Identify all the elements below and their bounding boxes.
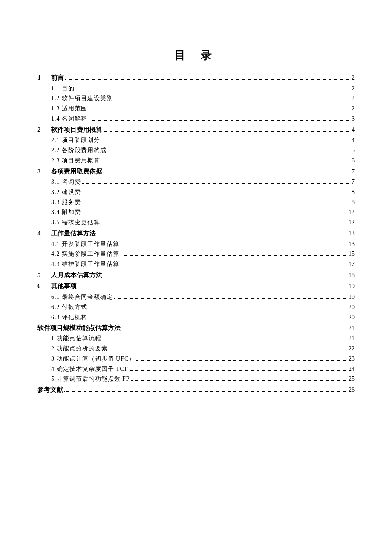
toc-entry-label: 1.4 名词解释	[51, 114, 87, 124]
toc-entry-label: 各项费用取费依据	[51, 166, 102, 177]
toc-entry-label: 软件项目费用概算	[51, 124, 102, 135]
toc-entry-label: 2.3 项目费用概算	[51, 156, 100, 166]
toc-leader-dots	[104, 173, 350, 173]
toc-leader-dots	[82, 194, 350, 194]
toc-entry-label: 人月成本估算方法	[51, 269, 102, 280]
toc-entry-label: 6.1 最终合同金额确定	[51, 292, 113, 302]
toc-entry-page: 22	[349, 344, 355, 354]
toc-entry: 参考文献26	[37, 384, 355, 395]
toc-entry: 1.2 软件项目建设类别2	[37, 93, 355, 104]
toc-entry-label: 1.3 适用范围	[51, 104, 87, 114]
toc-leader-dots	[89, 120, 350, 121]
toc-leader-dots	[122, 330, 347, 330]
toc-entry-page: 2	[352, 93, 355, 104]
toc-entry-page: 12	[349, 207, 355, 217]
toc-entry: 5人月成本估算方法18	[37, 269, 355, 281]
toc-entry-page: 25	[349, 374, 355, 384]
toc-entry-number: 5	[37, 270, 51, 281]
toc-entry-label: 4.1 开发阶段工作量估算	[51, 239, 119, 249]
header-rule	[37, 32, 355, 32]
toc-entry-label: 4.2 实施阶段工作量估算	[51, 249, 119, 259]
toc-entry: 6其他事项19	[37, 280, 355, 292]
toc-leader-dots	[114, 100, 350, 100]
toc-entry-page: 5	[352, 145, 355, 156]
toc-entry-label: 工作量估算方法	[51, 228, 96, 239]
toc-entry-page: 8	[352, 197, 355, 208]
toc-entry-page: 6	[352, 156, 355, 166]
toc-leader-dots	[121, 266, 347, 266]
toc-entry-page: 21	[349, 323, 355, 333]
toc-entry-label: 2 功能点分析的要素	[51, 344, 108, 354]
toc-entry-label: 6.2 付款方式	[51, 302, 87, 312]
toc-leader-dots	[130, 370, 347, 371]
toc-leader-dots	[109, 350, 348, 350]
toc-leader-dots	[65, 79, 350, 80]
toc-leader-dots	[104, 131, 350, 132]
toc-entry-label: 3 功能点计算（初步值 UFC）	[51, 354, 135, 364]
toc-entry-page: 4	[352, 135, 355, 145]
toc-entry: 2.2 各阶段费用构成5	[37, 145, 355, 156]
table-of-contents: 1前言21.1 目的21.2 软件项目建设类别21.3 适用范围21.4 名词解…	[37, 72, 355, 395]
toc-entry-number: 3	[37, 166, 51, 177]
toc-entry-label: 6.3 评估机构	[51, 312, 87, 323]
toc-leader-dots	[76, 90, 350, 90]
toc-leader-dots	[97, 235, 347, 235]
toc-leader-dots	[82, 204, 350, 204]
toc-entry: 1 功能点估算流程21	[37, 333, 355, 344]
toc-entry-number: 1	[37, 72, 51, 84]
toc-entry: 2软件项目费用概算4	[37, 124, 355, 136]
toc-leader-dots	[114, 298, 347, 299]
toc-entry-label: 3.2 建设费	[51, 187, 81, 197]
toc-entry-page: 18	[349, 270, 355, 280]
toc-entry-label: 3.3 服务费	[51, 197, 81, 208]
toc-entry: 4 确定技术复杂度因子 TCF24	[37, 364, 355, 374]
toc-entry-page: 7	[352, 167, 355, 177]
toc-entry-page: 2	[352, 84, 355, 94]
toc-entry-number: 2	[37, 124, 51, 136]
toc-entry: 6.2 付款方式20	[37, 302, 355, 312]
toc-entry: 3 功能点计算（初步值 UFC）23	[37, 354, 355, 364]
toc-entry-label: 1 功能点估算流程	[51, 333, 101, 344]
toc-entry-label: 5 计算调节后的功能点数 FP	[51, 374, 130, 384]
toc-entry: 2.1 项目阶段划分4	[37, 135, 355, 145]
toc-entry: 3.2 建设费8	[37, 187, 355, 197]
toc-entry-page: 15	[349, 249, 355, 259]
toc-leader-dots	[64, 391, 347, 392]
toc-entry-label: 4 确定技术复杂度因子 TCF	[51, 364, 128, 374]
toc-entry-label: 1.2 软件项目建设类别	[51, 93, 113, 104]
toc-entry-page: 13	[349, 239, 355, 249]
toc-leader-dots	[136, 360, 347, 361]
toc-entry-page: 19	[349, 281, 355, 292]
toc-entry: 3.5 需求变更估算12	[37, 217, 355, 228]
toc-entry-page: 8	[352, 187, 355, 197]
toc-entry-label: 4.3 维护阶段工作量估算	[51, 259, 119, 269]
toc-entry-page: 13	[349, 228, 355, 239]
toc-leader-dots	[89, 319, 347, 319]
toc-entry: 5 计算调节后的功能点数 FP25	[37, 374, 355, 384]
toc-entry: 4.1 开发阶段工作量估算13	[37, 239, 355, 249]
toc-entry: 1前言2	[37, 72, 355, 84]
toc-entry: 1.4 名词解释3	[37, 114, 355, 124]
toc-leader-dots	[101, 224, 347, 224]
toc-leader-dots	[101, 142, 350, 142]
toc-entry: 1.1 目的2	[37, 84, 355, 94]
toc-entry: 2 功能点分析的要素22	[37, 344, 355, 354]
toc-leader-dots	[78, 288, 347, 288]
toc-entry-page: 7	[352, 177, 355, 187]
toc-entry-label: 软件项目规模功能点估算方法	[37, 322, 121, 333]
toc-entry-page: 2	[352, 104, 355, 114]
toc-entry: 6.1 最终合同金额确定19	[37, 292, 355, 302]
toc-entry-page: 19	[349, 292, 355, 302]
toc-entry: 4工作量估算方法13	[37, 228, 355, 239]
toc-entry-number: 6	[37, 281, 51, 292]
toc-entry: 2.3 项目费用概算6	[37, 156, 355, 166]
toc-leader-dots	[121, 246, 347, 246]
toc-entry-page: 20	[349, 312, 355, 323]
toc-leader-dots	[104, 277, 347, 277]
toc-entry-page: 21	[349, 333, 355, 344]
toc-entry-label: 2.1 项目阶段划分	[51, 135, 100, 145]
toc-entry: 软件项目规模功能点估算方法21	[37, 322, 355, 333]
toc-entry-page: 24	[349, 364, 355, 374]
toc-entry-label: 3.1 咨询费	[51, 177, 81, 187]
toc-entry-label: 其他事项	[51, 280, 77, 292]
